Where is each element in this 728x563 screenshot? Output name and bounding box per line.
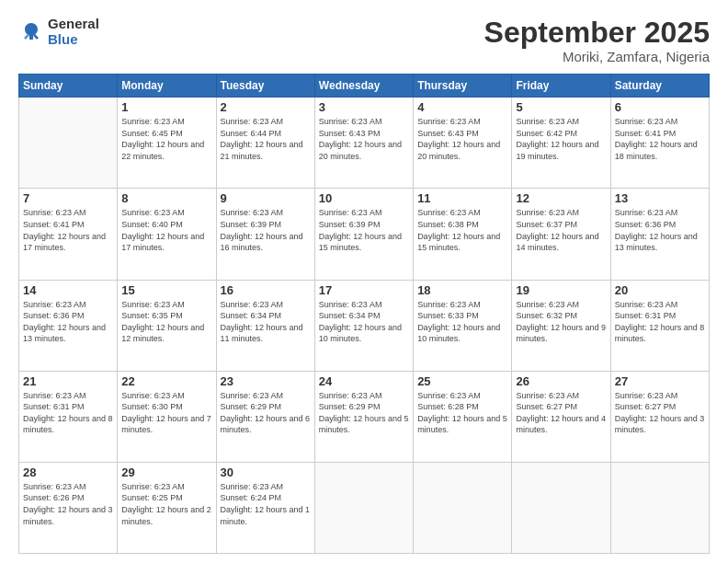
day-info: Sunrise: 6:23 AMSunset: 6:32 PMDaylight:… — [516, 300, 606, 344]
day-info: Sunrise: 6:23 AMSunset: 6:41 PMDaylight:… — [615, 117, 698, 161]
header-saturday: Saturday — [610, 75, 709, 98]
day-number: 7 — [23, 191, 113, 205]
day-number: 16 — [221, 283, 311, 297]
calendar-week-row: 1 Sunrise: 6:23 AMSunset: 6:45 PMDayligh… — [19, 98, 710, 189]
day-info: Sunrise: 6:23 AMSunset: 6:33 PMDaylight:… — [417, 300, 500, 344]
table-row: 10 Sunrise: 6:23 AMSunset: 6:39 PMDaylig… — [314, 189, 413, 280]
day-info: Sunrise: 6:23 AMSunset: 6:34 PMDaylight:… — [221, 300, 303, 344]
table-row — [512, 462, 610, 553]
day-info: Sunrise: 6:23 AMSunset: 6:26 PMDaylight:… — [23, 482, 113, 526]
day-info: Sunrise: 6:23 AMSunset: 6:41 PMDaylight:… — [23, 208, 106, 252]
calendar-week-row: 21 Sunrise: 6:23 AMSunset: 6:31 PMDaylig… — [19, 371, 710, 462]
day-number: 22 — [121, 374, 211, 388]
table-row: 9 Sunrise: 6:23 AMSunset: 6:39 PMDayligh… — [216, 189, 314, 280]
table-row: 19 Sunrise: 6:23 AMSunset: 6:32 PMDaylig… — [512, 280, 610, 371]
day-number: 27 — [615, 374, 705, 388]
day-number: 20 — [615, 283, 705, 297]
table-row — [414, 462, 512, 553]
calendar-header-row: Sunday Monday Tuesday Wednesday Thursday… — [19, 75, 710, 98]
header-tuesday: Tuesday — [216, 75, 314, 98]
table-row: 24 Sunrise: 6:23 AMSunset: 6:29 PMDaylig… — [314, 371, 413, 462]
day-number: 17 — [319, 283, 409, 297]
day-number: 29 — [121, 465, 211, 479]
day-info: Sunrise: 6:23 AMSunset: 6:31 PMDaylight:… — [23, 391, 113, 435]
day-info: Sunrise: 6:23 AMSunset: 6:29 PMDaylight:… — [221, 391, 311, 435]
day-number: 30 — [221, 465, 311, 479]
table-row: 17 Sunrise: 6:23 AMSunset: 6:34 PMDaylig… — [314, 280, 413, 371]
table-row: 16 Sunrise: 6:23 AMSunset: 6:34 PMDaylig… — [216, 280, 314, 371]
day-number: 8 — [121, 191, 211, 205]
page: General Blue September 2025 Moriki, Zamf… — [0, 0, 728, 563]
logo-blue: Blue — [48, 32, 99, 48]
day-number: 13 — [615, 191, 705, 205]
day-info: Sunrise: 6:23 AMSunset: 6:27 PMDaylight:… — [615, 391, 705, 435]
day-info: Sunrise: 6:23 AMSunset: 6:42 PMDaylight:… — [516, 117, 598, 161]
table-row: 22 Sunrise: 6:23 AMSunset: 6:30 PMDaylig… — [118, 371, 216, 462]
table-row: 15 Sunrise: 6:23 AMSunset: 6:35 PMDaylig… — [118, 280, 216, 371]
day-info: Sunrise: 6:23 AMSunset: 6:28 PMDaylight:… — [417, 391, 507, 435]
day-number: 26 — [516, 374, 606, 388]
table-row: 26 Sunrise: 6:23 AMSunset: 6:27 PMDaylig… — [512, 371, 610, 462]
day-number: 14 — [23, 283, 113, 297]
day-info: Sunrise: 6:23 AMSunset: 6:43 PMDaylight:… — [319, 117, 402, 161]
day-number: 19 — [516, 283, 606, 297]
table-row: 8 Sunrise: 6:23 AMSunset: 6:40 PMDayligh… — [118, 189, 216, 280]
day-number: 6 — [615, 100, 705, 114]
day-number: 3 — [319, 100, 409, 114]
table-row: 6 Sunrise: 6:23 AMSunset: 6:41 PMDayligh… — [610, 98, 709, 189]
table-row — [610, 462, 709, 553]
table-row: 25 Sunrise: 6:23 AMSunset: 6:28 PMDaylig… — [414, 371, 512, 462]
logo-general: General — [48, 17, 99, 32]
day-info: Sunrise: 6:23 AMSunset: 6:27 PMDaylight:… — [516, 391, 606, 435]
day-number: 24 — [319, 374, 409, 388]
day-number: 21 — [23, 374, 113, 388]
table-row: 30 Sunrise: 6:23 AMSunset: 6:24 PMDaylig… — [216, 462, 314, 553]
day-number: 23 — [221, 374, 311, 388]
day-info: Sunrise: 6:23 AMSunset: 6:29 PMDaylight:… — [319, 391, 409, 435]
table-row: 1 Sunrise: 6:23 AMSunset: 6:45 PMDayligh… — [118, 98, 216, 189]
table-row: 11 Sunrise: 6:23 AMSunset: 6:38 PMDaylig… — [414, 189, 512, 280]
logo: General Blue — [18, 17, 99, 47]
table-row: 5 Sunrise: 6:23 AMSunset: 6:42 PMDayligh… — [512, 98, 610, 189]
day-number: 5 — [516, 100, 606, 114]
table-row — [19, 98, 118, 189]
header-wednesday: Wednesday — [314, 75, 413, 98]
table-row: 14 Sunrise: 6:23 AMSunset: 6:36 PMDaylig… — [19, 280, 118, 371]
day-info: Sunrise: 6:23 AMSunset: 6:45 PMDaylight:… — [121, 117, 204, 161]
calendar-week-row: 7 Sunrise: 6:23 AMSunset: 6:41 PMDayligh… — [19, 189, 710, 280]
header: General Blue September 2025 Moriki, Zamf… — [18, 17, 710, 64]
logo-text: General Blue — [48, 17, 99, 47]
day-info: Sunrise: 6:23 AMSunset: 6:39 PMDaylight:… — [319, 208, 402, 252]
day-info: Sunrise: 6:23 AMSunset: 6:38 PMDaylight:… — [417, 208, 500, 252]
table-row: 3 Sunrise: 6:23 AMSunset: 6:43 PMDayligh… — [314, 98, 413, 189]
day-number: 28 — [23, 465, 113, 479]
table-row: 21 Sunrise: 6:23 AMSunset: 6:31 PMDaylig… — [19, 371, 118, 462]
day-info: Sunrise: 6:23 AMSunset: 6:34 PMDaylight:… — [319, 300, 402, 344]
title-block: September 2025 Moriki, Zamfara, Nigeria — [484, 17, 710, 64]
calendar-week-row: 28 Sunrise: 6:23 AMSunset: 6:26 PMDaylig… — [19, 462, 710, 553]
day-number: 18 — [417, 283, 507, 297]
day-info: Sunrise: 6:23 AMSunset: 6:39 PMDaylight:… — [221, 208, 303, 252]
header-monday: Monday — [118, 75, 216, 98]
day-number: 12 — [516, 191, 606, 205]
table-row: 7 Sunrise: 6:23 AMSunset: 6:41 PMDayligh… — [19, 189, 118, 280]
table-row — [314, 462, 413, 553]
table-row: 29 Sunrise: 6:23 AMSunset: 6:25 PMDaylig… — [118, 462, 216, 553]
day-number: 25 — [417, 374, 507, 388]
day-number: 15 — [121, 283, 211, 297]
table-row: 23 Sunrise: 6:23 AMSunset: 6:29 PMDaylig… — [216, 371, 314, 462]
day-number: 4 — [417, 100, 507, 114]
calendar-week-row: 14 Sunrise: 6:23 AMSunset: 6:36 PMDaylig… — [19, 280, 710, 371]
day-info: Sunrise: 6:23 AMSunset: 6:37 PMDaylight:… — [516, 208, 598, 252]
table-row: 12 Sunrise: 6:23 AMSunset: 6:37 PMDaylig… — [512, 189, 610, 280]
day-info: Sunrise: 6:23 AMSunset: 6:40 PMDaylight:… — [121, 208, 204, 252]
header-thursday: Thursday — [414, 75, 512, 98]
day-number: 11 — [417, 191, 507, 205]
table-row: 4 Sunrise: 6:23 AMSunset: 6:43 PMDayligh… — [414, 98, 512, 189]
day-info: Sunrise: 6:23 AMSunset: 6:30 PMDaylight:… — [121, 391, 211, 435]
main-title: September 2025 — [484, 17, 710, 49]
table-row: 28 Sunrise: 6:23 AMSunset: 6:26 PMDaylig… — [19, 462, 118, 553]
day-number: 10 — [319, 191, 409, 205]
table-row: 20 Sunrise: 6:23 AMSunset: 6:31 PMDaylig… — [610, 280, 709, 371]
day-number: 2 — [221, 100, 311, 114]
